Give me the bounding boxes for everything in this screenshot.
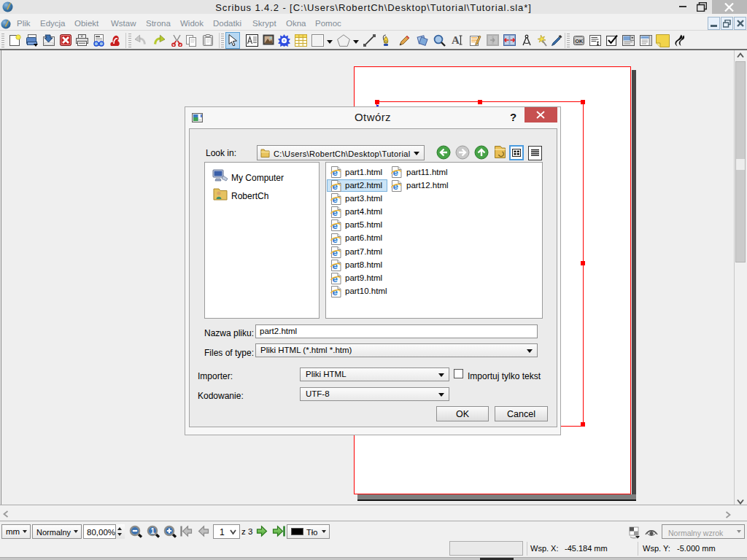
svg-text:e: e <box>332 234 338 245</box>
svg-text:e: e <box>332 260 338 271</box>
svg-text:e: e <box>332 220 338 231</box>
svg-text:e: e <box>332 181 338 192</box>
svg-text:e: e <box>332 167 338 178</box>
svg-text:e: e <box>332 273 338 284</box>
svg-text:1: 1 <box>151 527 155 535</box>
svg-text:e: e <box>332 207 338 218</box>
svg-text:e: e <box>332 194 338 205</box>
svg-text:e: e <box>332 247 338 258</box>
svg-text:OK: OK <box>576 39 584 44</box>
svg-text:A: A <box>452 34 460 46</box>
svg-text:e: e <box>392 167 398 178</box>
svg-text:e: e <box>332 287 338 298</box>
svg-text:e: e <box>392 181 398 192</box>
